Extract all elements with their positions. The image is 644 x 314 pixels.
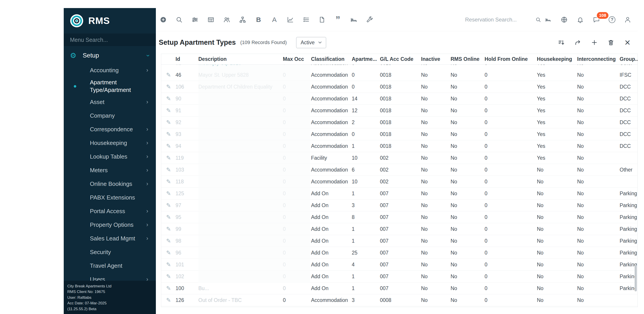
sidebar-item-lookup-tables[interactable]: Lookup Tables ›	[64, 150, 156, 164]
edit-pencil-icon[interactable]: ✎	[166, 119, 171, 126]
column-header-rms-online[interactable]: RMS Online	[450, 56, 484, 62]
bell-icon[interactable]	[576, 16, 584, 24]
add-circle-icon[interactable]	[160, 16, 167, 24]
table-row[interactable]: ✎ 99 0 Add On 1 007 No No 0 No No Parkin…	[161, 223, 638, 235]
table-row[interactable]: ✎ 103 0 Accommodation 6 002 No No 0 No N…	[161, 164, 638, 176]
column-header-group[interactable]: Group...	[620, 56, 638, 62]
table-row[interactable]: ✎ 95 0 Add On 8 007 No No 0 No No Parkin…	[161, 211, 638, 223]
edit-pencil-icon[interactable]: ✎	[166, 226, 171, 232]
column-header-hold-from-online[interactable]: Hold From Online	[484, 56, 537, 62]
column-header-id[interactable]: Id	[176, 56, 198, 62]
table-row[interactable]: ✎ 91 0 Accommodation 12 0018 No No 0 Yes…	[161, 105, 638, 116]
task-list-icon[interactable]	[302, 16, 310, 24]
quote-icon[interactable]: ”	[334, 16, 342, 24]
delete-icon[interactable]	[607, 39, 614, 46]
sidebar-item-pabx-extensions[interactable]: PABX Extensions	[64, 191, 156, 205]
edit-pencil-icon[interactable]: ✎	[166, 273, 171, 280]
table-row[interactable]: ✎ 119 0 Facility 10 002 No No 0 Yes No	[161, 152, 638, 164]
edit-pencil-icon[interactable]: ✎	[166, 261, 171, 268]
document-icon[interactable]	[318, 16, 326, 24]
edit-pencil-icon[interactable]: ✎	[166, 285, 171, 292]
bed-icon[interactable]	[544, 16, 552, 24]
filter-sliders-icon[interactable]	[191, 16, 199, 24]
globe-icon[interactable]	[560, 16, 568, 24]
edit-pencil-icon[interactable]: ✎	[166, 131, 171, 138]
add-icon[interactable]	[591, 39, 598, 46]
search-icon[interactable]	[534, 16, 542, 24]
column-header-apartments[interactable]: Apartme...	[352, 56, 380, 62]
sidebar-item-security[interactable]: Security	[64, 246, 156, 259]
bold-icon[interactable]: B	[255, 16, 262, 24]
forward-arrow-icon[interactable]	[574, 39, 582, 46]
tools-wrench-icon[interactable]	[366, 16, 374, 24]
edit-pencil-icon[interactable]: ✎	[166, 190, 171, 197]
font-icon[interactable]: A	[270, 16, 278, 24]
table-row[interactable]: ✎ 96 0 Add On 25 007 No No 0 No No Parki…	[161, 247, 638, 259]
table-row[interactable]: ✎ 106 Department Of Children Equality 0 …	[161, 81, 638, 93]
table-row[interactable]: ✎ 126 Out of Order - TBC 0 Accommodation…	[161, 294, 638, 306]
table-row[interactable]: ✎ 98 0 Add On 1 007 No No 0 No No Parkin…	[161, 235, 638, 247]
sidebar-item-company[interactable]: Company	[64, 109, 156, 123]
edit-pencil-icon[interactable]: ✎	[166, 166, 171, 173]
sidebar-item-portal-access[interactable]: Portal Access ›	[64, 205, 156, 218]
edit-pencil-icon[interactable]: ✎	[166, 154, 171, 161]
occupants-icon[interactable]	[223, 16, 230, 24]
sidebar-item-online-bookings[interactable]: Online Bookings ›	[64, 177, 156, 191]
sort-icon[interactable]	[558, 39, 565, 46]
reservation-search-input[interactable]	[465, 16, 532, 23]
edit-pencil-icon[interactable]: ✎	[166, 95, 171, 102]
column-header-classification[interactable]: Classification	[311, 56, 352, 62]
column-header-interconnecting[interactable]: Interconnecting	[577, 56, 620, 62]
table-row[interactable]: ✎ 90 0 Accommodation 14 0018 No No 0 Yes…	[161, 93, 638, 105]
edit-pencil-icon[interactable]: ✎	[166, 107, 171, 114]
sidebar-item-housekeeping[interactable]: Housekeeping ›	[64, 136, 156, 150]
menu-search-input[interactable]	[70, 37, 146, 43]
table-row[interactable]: ✎ 52 Mountjoy Sq. 1810 0 Accommodation 0…	[161, 65, 638, 69]
help-icon[interactable]: ?	[609, 16, 616, 23]
close-icon[interactable]: ×	[624, 39, 631, 46]
table-row[interactable]: ✎ 125 0 Add On 1 007 No No 0 No No Parki…	[161, 188, 638, 200]
table-row[interactable]: ✎ 93 0 Accommodation 0 0018 No No 0 Yes …	[161, 128, 638, 140]
table-row[interactable]: ✎ 97 0 Add On 3 007 No No 0 No No Parkin…	[161, 200, 638, 211]
search-icon[interactable]	[175, 16, 183, 24]
column-header-description[interactable]: Description	[198, 56, 283, 62]
table-grid-icon[interactable]	[207, 16, 215, 24]
table-row[interactable]: ✎ 92 0 Accommodation 2 0018 No No 0 Yes …	[161, 116, 638, 128]
bookings-bed-icon[interactable]	[350, 16, 358, 24]
edit-pencil-icon[interactable]: ✎	[166, 72, 171, 78]
column-header-housekeeping[interactable]: Housekeeping	[537, 56, 577, 62]
sidebar-item-property-options[interactable]: Property Options ›	[64, 218, 156, 232]
sidebar-item-travel-agent[interactable]: Travel Agent	[64, 259, 156, 273]
edit-pencil-icon[interactable]: ✎	[166, 65, 171, 66]
table-row[interactable]: ✎ 100 Bu... 0 Add On 1 007 No No 0 No No…	[161, 282, 638, 294]
table-row[interactable]: ✎ 46 Mayor St. Upper 5828 0 Accommodatio…	[161, 69, 638, 81]
table-row[interactable]: ✎ 94 0 Accommodation 1 0018 No No 0 Yes …	[161, 140, 638, 152]
sidebar-item-meters[interactable]: Meters ›	[64, 164, 156, 177]
edit-pencil-icon[interactable]: ✎	[166, 249, 171, 256]
sidebar-item-asset[interactable]: Asset ›	[64, 96, 156, 109]
edit-pencil-icon[interactable]: ✎	[166, 178, 171, 185]
vertical-scrollbar-thumb[interactable]	[634, 265, 637, 292]
sidebar-section-setup[interactable]: ⚙ Setup ›	[64, 48, 156, 62]
edit-pencil-icon[interactable]: ✎	[166, 84, 171, 90]
table-row[interactable]: ✎ 118 0 Accommodation 10 002 No No 0 No …	[161, 176, 638, 188]
cell-classification: Add On	[311, 190, 352, 196]
user-icon[interactable]	[624, 16, 632, 24]
table-row[interactable]: ✎ 101 0 Add On 4 007 No No 0 No No Parki…	[161, 259, 638, 270]
sidebar-item-sales-lead-mgmt[interactable]: Sales Lead Mgmt ›	[64, 232, 156, 246]
hierarchy-icon[interactable]	[239, 16, 246, 24]
table-row[interactable]: ✎ 102 0 Add On 1 007 No No 0 No No Parki…	[161, 270, 638, 282]
edit-pencil-icon[interactable]: ✎	[166, 143, 171, 150]
column-header-max-occ[interactable]: Max Occ	[283, 56, 311, 62]
sidebar-item-correspondence[interactable]: Correspondence ›	[64, 123, 156, 136]
column-header-gl-acc-code[interactable]: G/L Acc Code	[380, 56, 421, 62]
edit-pencil-icon[interactable]: ✎	[166, 214, 171, 220]
edit-pencil-icon[interactable]: ✎	[166, 297, 171, 304]
sidebar-item-accounting[interactable]: Accounting ›	[64, 64, 156, 77]
edit-pencil-icon[interactable]: ✎	[166, 238, 171, 244]
column-header-inactive[interactable]: Inactive	[421, 56, 450, 62]
edit-pencil-icon[interactable]: ✎	[166, 202, 171, 209]
line-chart-icon[interactable]	[286, 16, 294, 24]
status-filter-dropdown[interactable]: Active	[296, 37, 326, 48]
sidebar-item-apartment-type-apartment[interactable]: Apartment Type/Apartment	[64, 77, 156, 96]
